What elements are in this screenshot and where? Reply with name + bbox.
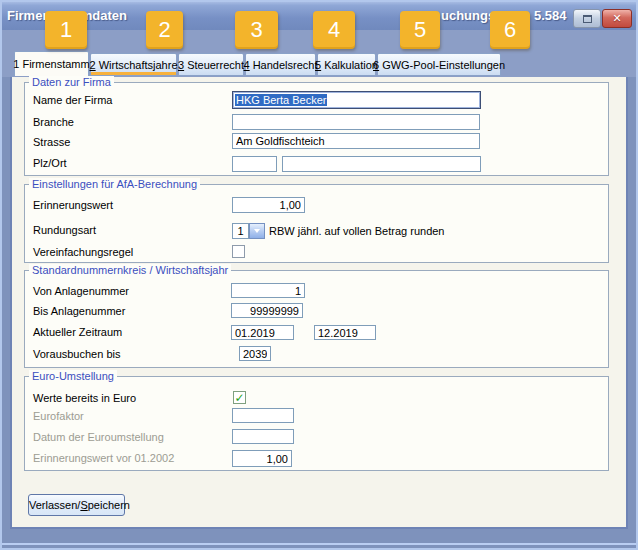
zeitraum-von-input[interactable] xyxy=(231,325,294,340)
selected-text: HKG Berta Becker xyxy=(235,94,327,106)
verlassen-speichern-button[interactable]: Verlassen/Speichern xyxy=(28,494,125,516)
vereinfachungsregel-checkbox[interactable] xyxy=(232,245,245,258)
werte-bereits-in-euro-label: Werte bereits in Euro xyxy=(33,392,136,405)
bis-anlagenummer-label: Bis Anlagenummer xyxy=(33,305,125,318)
callout-step-5: 5 xyxy=(400,11,440,49)
rundungsart-dropdown-button[interactable] xyxy=(249,223,265,239)
group-legend: Daten zur Firma xyxy=(29,76,114,88)
tab-handelsrecht[interactable]: 4 Handelsrecht xyxy=(245,53,316,76)
zeitraum-bis-input[interactable] xyxy=(314,325,376,340)
plz-ort-label: Plz/Ort xyxy=(33,157,67,170)
ort-input[interactable] xyxy=(282,156,481,172)
datum-euroumstellung-input[interactable] xyxy=(232,429,294,444)
restore-icon xyxy=(583,15,592,23)
bis-anlagenummer-input[interactable] xyxy=(231,303,303,318)
tab-gwg-pool-einstellungen[interactable]: 6 GWG-Pool-Einstellungen xyxy=(377,53,501,76)
werte-bereits-in-euro-checkbox[interactable]: ✓ xyxy=(233,391,246,404)
group-euro-umstellung: Euro-Umstellung Werte bereits in Euro ✓ … xyxy=(24,376,609,471)
eurofaktor-label: Eurofaktor xyxy=(33,410,84,423)
close-button[interactable]: ✕ xyxy=(602,9,632,28)
erinnerungswert-input[interactable] xyxy=(232,197,305,213)
callout-step-4: 4 xyxy=(313,11,355,49)
tab-steuerrecht[interactable]: 3 Steuerrecht xyxy=(178,53,244,76)
erinnerungswert-label: Erinnerungswert xyxy=(33,199,113,212)
window-frame-highlight xyxy=(2,543,636,545)
name-der-firma-label: Name der Firma xyxy=(33,94,112,107)
rundungsart-description: RBW jährl. auf vollen Betrag runden xyxy=(269,225,444,238)
callout-step-2: 2 xyxy=(146,11,183,49)
restore-window-button[interactable] xyxy=(573,9,601,28)
name-der-firma-input[interactable]: HKG Berta Becker xyxy=(232,91,481,109)
rundungsart-value-field[interactable]: 1 xyxy=(232,223,249,239)
tab-kalkulation[interactable]: 5 Kalkulation xyxy=(317,53,376,76)
von-anlagenummer-input[interactable] xyxy=(231,283,305,298)
callout-step-1: 1 xyxy=(45,11,87,49)
vorausbuchen-bis-input[interactable] xyxy=(239,346,271,361)
callout-step-3: 3 xyxy=(235,11,278,49)
erinnerungswert-vor-2002-label: Erinnerungswert vor 01.2002 xyxy=(33,452,174,465)
group-daten-zur-firma: Daten zur Firma Name der Firma HKG Berta… xyxy=(24,82,609,176)
check-icon: ✓ xyxy=(234,393,244,403)
datum-euroumstellung-label: Datum der Euroumstellung xyxy=(33,431,164,444)
strasse-label: Strasse xyxy=(33,136,70,149)
aktueller-zeitraum-label: Aktueller Zeitraum xyxy=(33,326,122,339)
tab-firmenstamm[interactable]: 1 Firmenstamm xyxy=(14,51,89,76)
branche-input[interactable] xyxy=(232,114,480,130)
vereinfachungsregel-label: Vereinfachungsregel xyxy=(33,246,133,259)
firmenstammdaten-window: Firmenstammdaten uchungs 5.584 ✕ 1 Firme… xyxy=(0,0,638,550)
chevron-down-icon xyxy=(254,229,260,233)
von-anlagenummer-label: Von Anlagenummer xyxy=(33,285,129,298)
window-title-fragment: uchungs xyxy=(441,8,495,23)
group-afa-berechnung: Einstellungen für AfA-Berechnung Erinner… xyxy=(24,184,609,263)
erinnerungswert-vor-2002-input[interactable] xyxy=(232,450,292,467)
tab-wirtschaftsjahre[interactable]: 2 Wirtschaftsjahre xyxy=(90,53,177,76)
vorausbuchen-bis-label: Vorausbuchen bis xyxy=(33,348,120,361)
group-standardnummernkreis: Standardnummernkreis / Wirtschaftsjahr V… xyxy=(24,270,609,368)
tab-page-firmenstamm: Daten zur Firma Name der Firma HKG Berta… xyxy=(10,77,628,529)
close-icon: ✕ xyxy=(612,12,621,25)
group-legend: Einstellungen für AfA-Berechnung xyxy=(29,178,200,190)
group-legend: Euro-Umstellung xyxy=(29,370,117,382)
strasse-input[interactable] xyxy=(232,133,480,149)
plz-input[interactable] xyxy=(232,156,277,172)
eurofaktor-input[interactable] xyxy=(232,408,294,423)
rundungsart-label: Rundungsart xyxy=(33,224,96,237)
window-version: 5.584 xyxy=(534,8,567,23)
callout-step-6: 6 xyxy=(490,11,530,49)
group-legend: Standardnummernkreis / Wirtschaftsjahr xyxy=(29,264,231,276)
branche-label: Branche xyxy=(33,116,74,129)
